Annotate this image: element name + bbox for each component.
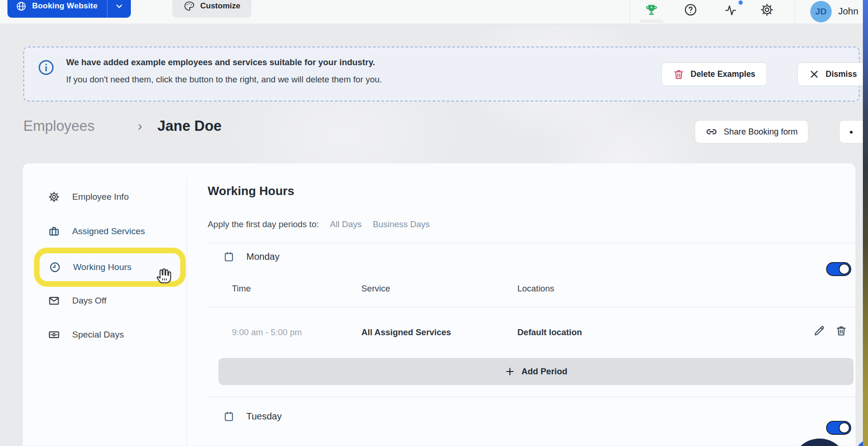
period-location: Default location: [517, 327, 582, 338]
day-header-monday: Monday: [223, 246, 279, 267]
close-icon: [809, 69, 820, 80]
delete-examples-label: Delete Examples: [691, 69, 755, 79]
topbar-divider: [630, 0, 630, 24]
column-header-locations: Locations: [517, 284, 554, 294]
period-time: 9:00 am - 5:00 pm: [232, 327, 302, 338]
sidebar-item-employee-info[interactable]: Employee Info: [48, 187, 129, 207]
plus-icon: [505, 366, 515, 377]
screen-edge-strip: [863, 0, 868, 446]
column-header-service: Service: [361, 284, 390, 294]
palette-icon: [183, 0, 195, 12]
booking-website-button[interactable]: Booking Website: [7, 0, 131, 18]
share-booking-form-label: Share Booking form: [724, 127, 798, 137]
user-name: John: [838, 6, 858, 17]
sidebar-item-assigned-services[interactable]: Assigned Services: [48, 221, 145, 242]
customize-label: Customize: [200, 1, 240, 11]
envelope-icon: [48, 295, 60, 307]
more-options-icon: [850, 131, 853, 134]
tuesday-toggle[interactable]: [826, 421, 851, 435]
add-period-button[interactable]: Add Period: [218, 358, 854, 385]
toggle-knob: [839, 422, 850, 433]
example-data-banner: We have added example employees and serv…: [23, 47, 860, 101]
day-divider: [209, 397, 855, 397]
section-title: Working Hours: [208, 184, 294, 198]
employee-detail-card: Employee Info Assigned Services Working …: [22, 163, 856, 446]
breadcrumb-separator: ›: [138, 119, 142, 134]
share-booking-form-button[interactable]: Share Booking form: [695, 120, 808, 143]
help-icon[interactable]: [683, 2, 698, 18]
dismiss-label: Dismiss: [826, 69, 857, 79]
calendar-icon: [223, 411, 235, 422]
page-title: Jane Doe: [157, 118, 222, 135]
column-header-time: Time: [232, 284, 251, 294]
apply-all-days-link[interactable]: All Days: [330, 219, 362, 230]
sidebar-item-label: Assigned Services: [72, 226, 145, 237]
gear-icon: [48, 191, 60, 203]
banner-text-line2: If you don't need them, click the button…: [66, 74, 382, 85]
period-service: All Assigned Services: [361, 327, 451, 338]
topbar-divider: [794, 0, 795, 24]
monday-toggle[interactable]: [826, 262, 851, 276]
top-bar: Booking Website Customize: [0, 0, 868, 24]
gear-icon[interactable]: [759, 2, 775, 18]
customize-button[interactable]: Customize: [172, 0, 251, 18]
sidebar-item-label: Employee Info: [72, 192, 129, 202]
toggle-knob: [839, 264, 850, 275]
trophy-icon[interactable]: [644, 2, 659, 18]
day-name: Tuesday: [246, 411, 282, 422]
sidebar-divider: [187, 178, 187, 446]
apply-business-days-link[interactable]: Business Days: [373, 219, 429, 230]
calendar-icon: [223, 251, 235, 263]
sidebar-item-working-hours[interactable]: Working Hours: [49, 257, 131, 277]
dismiss-button[interactable]: Dismiss: [797, 62, 868, 86]
sidebar-item-label: Special Days: [72, 330, 124, 340]
banner-text-line1: We have added example employees and serv…: [66, 57, 375, 68]
trash-icon: [673, 68, 685, 80]
clock-icon: [49, 261, 61, 273]
trophy-progress-bar: [640, 20, 663, 23]
avatar-initials: JD: [815, 7, 827, 17]
mouse-cursor: [154, 265, 175, 285]
booking-website-label: Booking Website: [32, 1, 98, 11]
day-name: Monday: [246, 251, 279, 262]
add-period-label: Add Period: [522, 366, 568, 377]
globe-icon: [16, 1, 27, 12]
sidebar-item-label: Days Off: [72, 296, 107, 306]
banknote-icon: [48, 329, 60, 341]
breadcrumb-employees[interactable]: Employees: [23, 118, 95, 135]
table-header-divider: [209, 307, 855, 307]
notification-dot: [739, 0, 743, 5]
delete-examples-button[interactable]: Delete Examples: [661, 62, 767, 86]
activity-icon[interactable]: [723, 2, 739, 18]
apply-periods-row: Apply the first day periods to: All Days…: [208, 219, 430, 230]
chevron-down-icon[interactable]: [108, 0, 131, 18]
sidebar-item-days-off[interactable]: Days Off: [48, 291, 107, 311]
edit-period-icon[interactable]: [813, 324, 826, 337]
sidebar-item-label: Working Hours: [73, 262, 131, 272]
section-divider: [209, 243, 855, 243]
sidebar-item-special-days[interactable]: Special Days: [48, 324, 124, 345]
apply-periods-label: Apply the first day periods to:: [208, 219, 319, 230]
briefcase-icon: [48, 225, 60, 237]
info-icon: [37, 59, 55, 76]
avatar[interactable]: JD: [810, 1, 832, 22]
day-header-tuesday: Tuesday: [223, 406, 282, 426]
link-icon: [705, 126, 718, 138]
delete-period-icon[interactable]: [835, 324, 848, 337]
app-screen: Booking Website Customize: [0, 0, 868, 446]
